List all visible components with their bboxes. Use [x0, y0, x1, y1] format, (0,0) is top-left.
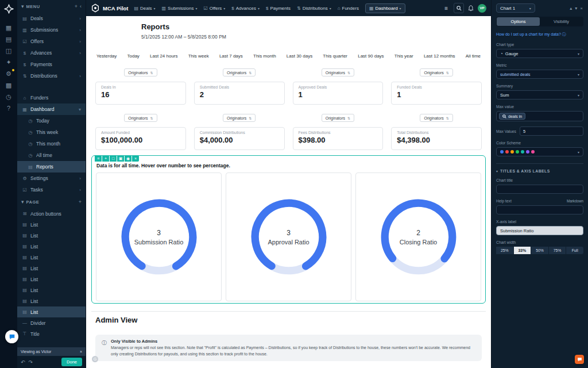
originators-select[interactable]: Originators⇅ — [322, 114, 354, 122]
topbar-nav-item[interactable]: ⇅ Distributions ▾ — [297, 6, 331, 11]
move-icon[interactable]: + — [102, 155, 109, 162]
topbar-nav-item[interactable]: $ Advances ▾ — [231, 6, 260, 11]
date-range[interactable]: 5/1/2025 12:00 AM – 5/8/2025 8:00 PM — [141, 34, 482, 40]
feedback-widget-icon[interactable]: G — [92, 356, 98, 362]
sidebar-item[interactable]: $ Advances › — [17, 47, 86, 59]
page-item[interactable]: ▤ List — [17, 306, 86, 317]
sidebar-item[interactable]: ☑ Tasks › — [17, 184, 86, 195]
drag-handle-icon[interactable]: ≡ — [95, 155, 102, 162]
page-item[interactable]: ▤ List — [17, 274, 86, 285]
chart-width-option[interactable]: 25% — [496, 247, 513, 254]
brand[interactable]: MCA Pilot — [91, 3, 129, 13]
stat-card[interactable]: Approved Deals 1 — [293, 82, 384, 105]
stat-card[interactable]: Fees Distributions $398.00 — [293, 127, 384, 150]
originators-select[interactable]: Originators⇅ — [322, 68, 354, 76]
journal-icon[interactable]: ▤ — [2, 33, 15, 45]
delete-icon[interactable]: × — [132, 155, 139, 162]
help-link[interactable]: How do I set up a chart for my data? ⓘ — [496, 32, 583, 37]
page-item[interactable]: — Divider — [17, 317, 86, 328]
undo-icon[interactable]: ↶ — [21, 359, 25, 365]
page-item[interactable]: ▤ List — [17, 296, 86, 306]
chart-width-option[interactable]: 75% — [549, 247, 566, 254]
chart-title-input[interactable] — [496, 185, 583, 194]
sidebar-item-funders[interactable]: ⌂ Funders — [17, 92, 86, 103]
help-icon[interactable]: ? — [2, 102, 15, 114]
originators-select[interactable]: Originators⇅ — [124, 68, 157, 76]
stat-card[interactable]: Deals In 16 — [95, 82, 186, 105]
originators-select[interactable]: Originators⇅ — [223, 114, 256, 122]
topbar-nav-item[interactable]: ☑ Offers ▾ — [203, 6, 225, 11]
gauge-card[interactable]: 3 Approval Ratio — [226, 172, 351, 301]
chart-width-option[interactable]: 33% — [514, 247, 531, 254]
help-text-input[interactable] — [496, 205, 583, 214]
max-values-input[interactable] — [520, 126, 583, 136]
topbar-nav-item[interactable]: ⌂ Funders ▾ — [338, 6, 359, 11]
visibility-icon[interactable]: ◉ — [125, 155, 131, 162]
close-icon[interactable]: × — [80, 350, 82, 354]
sidebar-item[interactable]: ⚙ Settings › — [17, 172, 86, 184]
chart-width-option[interactable]: Full — [566, 247, 583, 254]
support-chat-button[interactable] — [575, 355, 584, 364]
max-value-input[interactable]: deals in — [496, 111, 583, 121]
duplicate-icon[interactable]: ▣ — [117, 155, 124, 162]
time-filter-button[interactable]: Last 12 months — [424, 53, 455, 59]
user-avatar[interactable]: VP — [478, 4, 486, 13]
sidebar-item[interactable]: ☑ Offers › — [17, 36, 86, 47]
time-filter-button[interactable]: Last 90 days — [358, 53, 384, 59]
gauge-card[interactable]: 3 Submission Ratio — [96, 172, 222, 301]
sidebar-item[interactable]: ⇅ Distributions › — [17, 70, 86, 82]
add-page-item-icon[interactable]: + — [79, 199, 82, 205]
time-filter-button[interactable]: Last 30 days — [287, 53, 312, 59]
stat-card[interactable]: Submitted Deals 2 — [194, 82, 285, 105]
panel-tab[interactable]: Visibility — [540, 17, 583, 26]
time-filter-button[interactable]: This week — [188, 53, 209, 59]
originators-select[interactable]: Originators⇅ — [420, 114, 452, 122]
hamburger-menu-icon[interactable]: ≡ — [444, 5, 448, 12]
collapse-sidebar-icon[interactable]: ‹ — [80, 3, 82, 9]
sidebar-item[interactable]: $ Payments › — [17, 59, 86, 70]
time-filter-button[interactable]: This quarter — [323, 53, 347, 59]
metric-select[interactable]: submitted deals ▾ — [496, 70, 583, 79]
max-value-token[interactable]: deals in — [499, 113, 525, 120]
page-item[interactable]: ▤ List — [17, 241, 86, 252]
time-filter-button[interactable]: All time — [466, 53, 481, 59]
chevron-down-icon[interactable]: ▾ — [21, 199, 24, 205]
notifications-bell-icon[interactable] — [468, 5, 474, 12]
gauge-card[interactable]: 2 Closing Ratio — [355, 172, 481, 301]
database-icon[interactable]: ▩ — [2, 79, 15, 91]
time-filter-button[interactable]: This month — [253, 53, 276, 59]
users-icon[interactable]: ◫ — [2, 45, 15, 56]
sidebar-subitem[interactable]: ◷ Today — [17, 115, 86, 126]
page-item[interactable]: ▤ List — [17, 252, 86, 263]
sidebar-item[interactable]: ▥ Submissions › — [17, 24, 86, 36]
kanban-icon[interactable]: ▦ — [2, 22, 15, 33]
topbar-nav-item[interactable]: ▥ Submissions ▾ — [162, 6, 198, 11]
spark-icon[interactable]: ✦ — [2, 56, 15, 68]
time-filter-button[interactable]: Last 24 hours — [150, 53, 177, 59]
color-scheme-select[interactable]: ▾ — [496, 147, 583, 156]
topbar-nav-item[interactable]: ▦ Dashboard ▾ — [365, 3, 405, 13]
page-item[interactable]: ▤ List — [17, 263, 86, 274]
stat-card[interactable]: Funded Deals 1 — [391, 82, 482, 105]
topbar-nav-item[interactable]: $ Payments ▾ — [266, 6, 291, 11]
add-menu-item-icon[interactable]: + — [75, 3, 78, 9]
time-filter-button[interactable]: Today — [127, 53, 139, 59]
page-item[interactable]: ⊤ Title — [17, 328, 86, 339]
redo-icon[interactable]: ↷ — [29, 359, 33, 365]
app-logo-icon[interactable] — [4, 4, 14, 16]
resize-icon[interactable]: □ — [110, 155, 117, 162]
panel-tab[interactable]: Options — [497, 17, 540, 26]
history-icon[interactable]: ◷ — [2, 91, 15, 102]
time-filter-button[interactable]: This year — [394, 53, 413, 59]
sidebar-item-dashboard[interactable]: ▦ Dashboard ▾ — [17, 103, 86, 115]
time-filter-button[interactable]: Yesterday — [96, 53, 117, 59]
chevron-down-icon[interactable]: ▾ — [21, 3, 24, 9]
settings-icon[interactable]: ⚙ — [2, 68, 15, 79]
originators-select[interactable]: Originators⇅ — [420, 68, 452, 76]
search-button[interactable] — [454, 3, 464, 13]
move-chart-down-icon[interactable]: ▾ — [574, 6, 578, 11]
stat-card[interactable]: Commission Distributions $4,000.00 — [194, 127, 285, 150]
page-item[interactable]: ▤ List — [17, 230, 86, 241]
originators-select[interactable]: Originators⇅ — [223, 68, 256, 76]
page-item[interactable]: ▤ List — [17, 285, 86, 296]
